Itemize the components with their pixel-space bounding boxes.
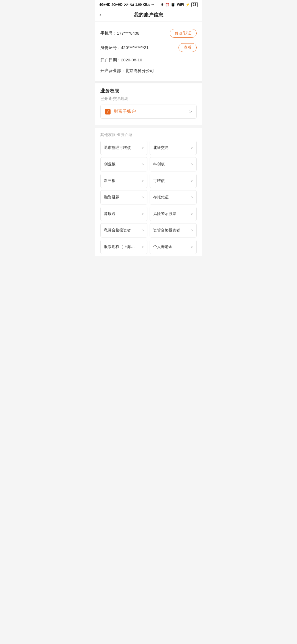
- chevron-right-icon: >: [191, 195, 193, 200]
- account-info-section: 手机号：177****8408 修改/认证 身份证号：420**********…: [95, 22, 202, 81]
- network-2: 4G+HD: [111, 3, 122, 7]
- chevron-right-icon: >: [142, 228, 144, 233]
- list-item[interactable]: 风险警示股票>: [150, 207, 197, 221]
- permission-label: 退市整理可转债: [104, 145, 131, 150]
- permission-label: 私募合格投资者: [104, 228, 131, 233]
- permission-label: 个人养老金: [153, 244, 172, 249]
- list-item[interactable]: 个人养老金>: [150, 240, 197, 254]
- network-speed: 1.00 KB/s: [135, 3, 150, 7]
- status-left: 4G+HD 4G+HD 22:54 1.00 KB/s ···: [99, 2, 154, 7]
- page-title: 我的账户信息: [134, 12, 163, 18]
- list-item[interactable]: 资管合格投资者>: [150, 223, 197, 238]
- section-divider: [95, 81, 202, 83]
- permission-label: 新三板: [104, 178, 116, 183]
- permission-label: 科创板: [153, 162, 165, 167]
- chevron-right-icon: >: [142, 146, 144, 150]
- chevron-right-icon: >: [191, 146, 193, 150]
- wifi-icon: WiFi: [177, 3, 184, 7]
- list-item[interactable]: 创业板>: [100, 157, 147, 171]
- charging-icon: ⚡: [186, 3, 190, 7]
- list-item[interactable]: 新三板>: [100, 174, 147, 188]
- permissions-title: 业务权限: [100, 88, 197, 94]
- permission-label: 资管合格投资者: [153, 228, 180, 233]
- chevron-right-icon: >: [191, 245, 193, 249]
- modify-certify-button[interactable]: 修改/认证: [170, 29, 197, 38]
- list-item[interactable]: 退市整理可转债>: [100, 141, 147, 155]
- network-1: 4G+HD: [99, 3, 110, 7]
- view-id-button[interactable]: 查看: [178, 43, 197, 52]
- chevron-right-icon: >: [191, 162, 193, 167]
- open-date-row: 开户日期：2020-08-10: [100, 55, 197, 66]
- chevron-right-icon: >: [142, 195, 144, 200]
- checkbox-checked-icon: [105, 109, 111, 114]
- list-item[interactable]: 北证交易>: [150, 141, 197, 155]
- bluetooth-icon: ✱: [161, 3, 164, 7]
- list-item[interactable]: 港股通>: [100, 207, 147, 221]
- status-time: 22:54: [124, 2, 134, 7]
- permission-label: 创业板: [104, 162, 116, 167]
- permission-label: 风险警示股票: [153, 211, 176, 216]
- wealth-subaccount-chevron: >: [189, 109, 192, 114]
- id-row: 身份证号：420**********21 查看: [100, 40, 197, 55]
- alarm-icon: ⏰: [165, 3, 169, 7]
- phone-label: 手机号：177****8408: [100, 31, 139, 36]
- status-bar: 4G+HD 4G+HD 22:54 1.00 KB/s ··· ✱ ⏰ 📳 Wi…: [95, 0, 202, 8]
- battery-level: 23: [191, 2, 198, 7]
- branch-row: 开户营业部：北京鸿翼分公司: [100, 66, 197, 76]
- permission-label: 融资融券: [104, 195, 119, 200]
- permission-label: 可转债: [153, 178, 165, 183]
- open-date-label: 开户日期：2020-08-10: [100, 58, 142, 63]
- back-button[interactable]: ‹: [99, 11, 101, 18]
- list-item[interactable]: 可转债>: [150, 174, 197, 188]
- status-right: ✱ ⏰ 📳 WiFi ⚡ 23: [161, 2, 198, 7]
- chevron-right-icon: >: [142, 212, 144, 216]
- more-dots: ···: [151, 3, 154, 7]
- list-item[interactable]: 存托凭证>: [150, 190, 197, 204]
- id-label: 身份证号：420**********21: [100, 45, 148, 50]
- permission-label: 北证交易: [153, 145, 169, 150]
- list-item[interactable]: 融资融券>: [100, 190, 147, 204]
- branch-label: 开户营业部：北京鸿翼分公司: [100, 68, 154, 73]
- permission-label: 港股通: [104, 211, 116, 216]
- chevron-right-icon: >: [142, 162, 144, 167]
- permission-label: 存托凭证: [153, 195, 169, 200]
- list-item[interactable]: 私募合格投资者>: [100, 223, 147, 238]
- chevron-right-icon: >: [191, 228, 193, 233]
- wealth-subaccount-item[interactable]: 财富子账户 >: [100, 105, 197, 119]
- chevron-right-icon: >: [142, 245, 144, 249]
- permission-label: 股票期权（上海…: [104, 244, 135, 249]
- permissions-section: 业务权限 已开通·交易规则 财富子账户 >: [95, 83, 202, 125]
- chevron-right-icon: >: [191, 179, 193, 183]
- wealth-subaccount-label: 财富子账户: [114, 109, 189, 114]
- nav-bar: ‹ 我的账户信息: [95, 8, 202, 22]
- chevron-right-icon: >: [191, 212, 193, 216]
- permissions-subtitle: 已开通·交易规则: [100, 96, 197, 101]
- chevron-right-icon: >: [142, 179, 144, 183]
- phone-row: 手机号：177****8408 修改/认证: [100, 26, 197, 40]
- permissions-grid: 退市整理可转债>北证交易>创业板>科创板>新三板>可转债>融资融券>存托凭证>港…: [100, 141, 197, 254]
- list-item[interactable]: 股票期权（上海…>: [100, 240, 147, 254]
- other-permissions-title: 其他权限·业务介绍: [100, 132, 197, 137]
- other-permissions-section: 其他权限·业务介绍 退市整理可转债>北证交易>创业板>科创板>新三板>可转债>融…: [95, 128, 202, 256]
- vibrate-icon: 📳: [171, 3, 175, 7]
- list-item[interactable]: 科创板>: [150, 157, 197, 171]
